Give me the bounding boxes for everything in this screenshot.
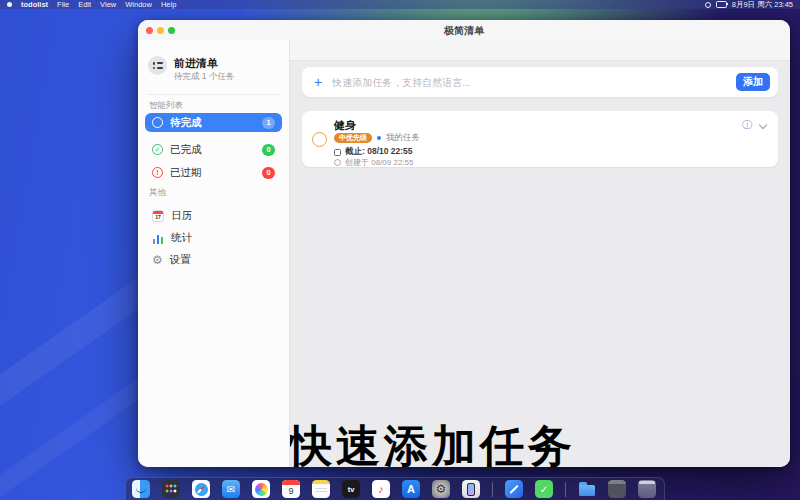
current-list-subtitle: 待完成 1 个任务 bbox=[174, 71, 234, 83]
sidebar-item-stats[interactable]: 统计 bbox=[145, 228, 282, 247]
sidebar-item-label: 设置 bbox=[170, 253, 191, 267]
calendar-dock-icon[interactable]: 9 bbox=[282, 480, 300, 498]
launchpad-dock-icon[interactable] bbox=[162, 480, 180, 498]
mail-dock-icon[interactable]: ✉ bbox=[222, 480, 240, 498]
main-area: + 添加 健身 中优先级 我的任务 截止: 08/10 22:55 bbox=[290, 40, 790, 467]
appstore-dock-icon[interactable]: A bbox=[402, 480, 420, 498]
menu-edit[interactable]: Edit bbox=[78, 0, 91, 9]
gear-icon: ⚙ bbox=[152, 254, 163, 266]
task-created-text: 创建于 08/09 22:55 bbox=[345, 157, 413, 168]
add-button[interactable]: 添加 bbox=[736, 73, 770, 91]
due-calendar-icon bbox=[334, 149, 341, 156]
quick-add-input[interactable] bbox=[330, 76, 728, 89]
todo-count-badge: 1 bbox=[262, 117, 275, 129]
finder-dock-icon[interactable] bbox=[132, 480, 150, 498]
window-title: 极简清单 bbox=[138, 20, 790, 40]
plus-icon[interactable]: + bbox=[314, 75, 322, 89]
menu-bar: todolist File Edit View Window Help 8月9日… bbox=[0, 0, 800, 9]
done-count-badge: 0 bbox=[262, 144, 275, 156]
sidebar-item-done[interactable]: ✓ 已完成 0 bbox=[145, 140, 282, 159]
caption-overlay-text: 快速添加任务 bbox=[290, 417, 576, 467]
circle-icon bbox=[152, 117, 163, 128]
sidebar-divider bbox=[148, 94, 279, 95]
created-clock-icon bbox=[334, 159, 341, 166]
task-title: 健身 bbox=[334, 118, 356, 133]
sidebar-item-settings[interactable]: ⚙ 设置 bbox=[145, 250, 282, 269]
sidebar-item-overdue[interactable]: ! 已过期 0 bbox=[145, 163, 282, 182]
close-button[interactable] bbox=[146, 27, 153, 34]
sidebar-item-todo[interactable]: 待完成 1 bbox=[145, 113, 282, 132]
menu-window[interactable]: Window bbox=[125, 0, 152, 9]
todolist-app-dock-icon[interactable]: ✓ bbox=[535, 480, 553, 498]
sidebar-item-calendar[interactable]: 17 日历 bbox=[145, 206, 282, 225]
info-icon[interactable]: ⓘ bbox=[742, 120, 752, 130]
notes-dock-icon[interactable] bbox=[312, 480, 330, 498]
status-clock-icon[interactable] bbox=[705, 2, 711, 8]
list-color-dot bbox=[377, 136, 381, 140]
music-dock-icon[interactable]: ♪ bbox=[372, 480, 390, 498]
minimize-button[interactable] bbox=[157, 27, 164, 34]
sidebar-item-label: 已过期 bbox=[170, 166, 202, 180]
chevron-down-icon[interactable] bbox=[759, 121, 767, 129]
main-content: + 添加 健身 中优先级 我的任务 截止: 08/10 22:55 bbox=[290, 60, 790, 467]
sidebar: 前进清单 待完成 1 个任务 智能列表 待完成 1 ✓ 已完成 0 ! 已过期 … bbox=[138, 40, 290, 467]
priority-badge: 中优先级 bbox=[334, 133, 372, 143]
sidebar-item-label: 日历 bbox=[171, 209, 192, 223]
current-list-title: 前进清单 bbox=[174, 56, 218, 71]
screen: todolist File Edit View Window Help 8月9日… bbox=[0, 0, 800, 500]
calendar-icon: 17 bbox=[152, 210, 164, 222]
apple-menu-icon[interactable] bbox=[7, 2, 12, 7]
menu-view[interactable]: View bbox=[100, 0, 116, 9]
task-card[interactable]: 健身 中优先级 我的任务 截止: 08/10 22:55 创建于 08/09 2… bbox=[302, 111, 778, 167]
overdue-count-badge: 0 bbox=[262, 167, 275, 179]
minimized-window-dock-icon[interactable] bbox=[608, 480, 626, 498]
dock: ✉ 9 tv ♪ A ⚙ ✓ bbox=[125, 477, 665, 500]
downloads-folder-dock-icon[interactable] bbox=[578, 480, 596, 498]
menu-file[interactable]: File bbox=[57, 0, 69, 9]
app-window: 极简清单 前进清单 待完成 1 个任务 智能列表 待完成 1 ✓ 已完成 0 bbox=[138, 20, 790, 467]
section-smart-lists: 智能列表 bbox=[149, 100, 183, 112]
task-checkbox[interactable] bbox=[312, 132, 327, 147]
menu-bar-datetime[interactable]: 8月9日 周六 23:45 bbox=[732, 0, 793, 9]
zoom-button[interactable] bbox=[168, 27, 175, 34]
task-list-name: 我的任务 bbox=[386, 132, 420, 144]
battery-icon[interactable] bbox=[716, 1, 727, 8]
sidebar-item-label: 统计 bbox=[171, 231, 192, 245]
dock-separator bbox=[565, 482, 566, 497]
check-circle-icon: ✓ bbox=[152, 144, 163, 155]
dock-separator bbox=[492, 482, 493, 497]
quick-add-bar: + 添加 bbox=[302, 67, 778, 97]
section-other: 其他 bbox=[149, 187, 166, 199]
photos-dock-icon[interactable] bbox=[252, 480, 270, 498]
task-created-row: 创建于 08/09 22:55 bbox=[334, 157, 413, 168]
bar-chart-icon bbox=[152, 232, 164, 244]
settings-dock-icon[interactable]: ⚙ bbox=[432, 480, 450, 498]
iphone-mirroring-dock-icon[interactable] bbox=[462, 480, 480, 498]
blue-tool-app-dock-icon[interactable] bbox=[505, 480, 523, 498]
sidebar-item-label: 已完成 bbox=[170, 143, 202, 157]
menu-app-name[interactable]: todolist bbox=[21, 0, 48, 9]
appletv-dock-icon[interactable]: tv bbox=[342, 480, 360, 498]
sidebar-item-label: 待完成 bbox=[170, 116, 202, 130]
alarm-alert-icon: ! bbox=[152, 167, 163, 178]
safari-dock-icon[interactable] bbox=[192, 480, 210, 498]
list-avatar-icon[interactable] bbox=[148, 56, 167, 75]
trash-dock-icon[interactable] bbox=[638, 480, 656, 498]
menu-help[interactable]: Help bbox=[161, 0, 176, 9]
task-meta-row: 中优先级 我的任务 bbox=[334, 132, 420, 144]
